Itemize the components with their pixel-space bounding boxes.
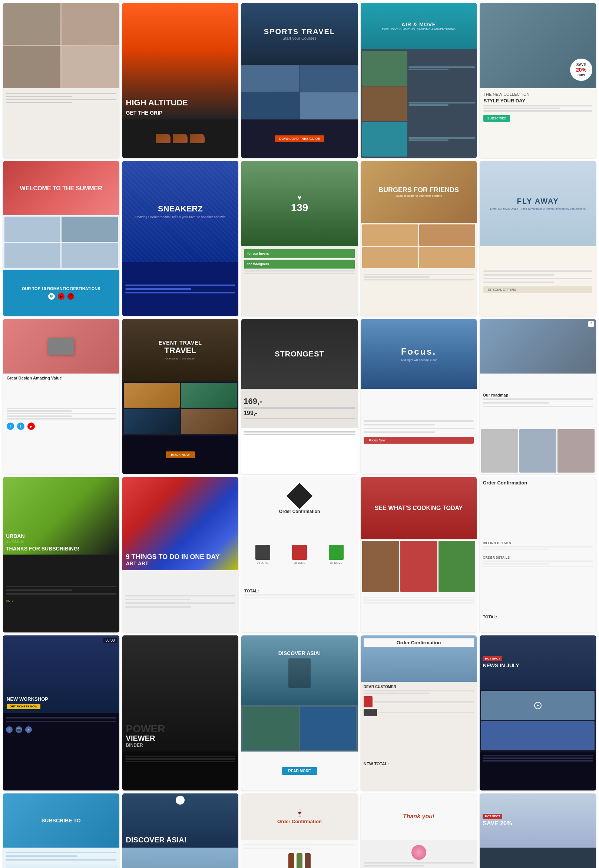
camera-icon[interactable]: 📷 [15, 726, 22, 733]
pinterest-icon[interactable]: P [68, 293, 74, 300]
card-title: SEE WHAT'S COOKING TODAY [375, 505, 463, 512]
text-line [244, 434, 355, 435]
text-line [483, 105, 592, 106]
youtube-icon[interactable]: ▶ [27, 423, 35, 430]
card-subtitle: EXCLUSIVE GLAMPING, CAMPING & ADVENTURIN… [382, 27, 456, 31]
card-bg-text: POWER [126, 724, 165, 734]
card-sports-travel[interactable]: SPORTS TRAVEL Start your Courses DOWNLOA… [241, 3, 358, 158]
twitter-icon[interactable]: 🐦 [48, 293, 55, 300]
cta-bar-1[interactable]: for our lovers [244, 249, 355, 258]
facebook-icon[interactable]: f [7, 423, 14, 430]
card-air-move[interactable]: AIR & MOVE EXCLUSIVE GLAMPING, CAMPING &… [361, 3, 477, 158]
text-line [125, 595, 236, 596]
card-title: Focus. [401, 346, 436, 357]
text-line [6, 99, 116, 100]
card-mid [3, 215, 119, 269]
card-interior-blog[interactable] [3, 3, 119, 158]
card-order-rjon[interactable]: Order Confirmation DEAR CUSTOMER NEW TOT… [361, 636, 477, 791]
text-line [244, 273, 355, 274]
cta-button[interactable]: SUBSCRIBE [483, 115, 510, 122]
cta-button[interactable]: BOOK NOW [166, 451, 195, 458]
card-title: Thank you! [403, 813, 434, 820]
card-thank-you[interactable]: Thank you! [361, 793, 477, 868]
price-2: 199,- [244, 410, 355, 417]
card-burgers[interactable]: BURGERS FOR FRIENDS Lately located for y… [361, 161, 477, 316]
cta-bar-2[interactable]: for foreigners [244, 260, 355, 269]
text-line [483, 399, 593, 400]
save-percent: 20% [576, 67, 586, 73]
card-fly-away[interactable]: FLY AWAY LIMITED TIME ONLY - Take advant… [480, 161, 596, 316]
card-top: ♥ 139 [241, 161, 358, 246]
twitter-icon[interactable]: t [6, 726, 13, 733]
cta-button[interactable]: DOWNLOAD FREE GUIDE [275, 135, 325, 142]
image-cell [300, 65, 358, 92]
product-image [364, 696, 373, 707]
email-input[interactable] [6, 865, 116, 868]
text-line [408, 66, 475, 68]
cta-button[interactable]: SPECIAL OFFERS [483, 286, 592, 293]
youtube-icon[interactable]: ▶ [58, 293, 65, 300]
order-section: BILLING DETAILS [483, 541, 593, 551]
card-discover-asia[interactable]: Discover Asia! READ MORE [241, 636, 358, 791]
special-label: OUR TOP 10 ROMANTIC DESTINATIONS [22, 286, 100, 291]
card-bottom [361, 593, 477, 633]
card-content: THE NEW COLLECTION STYLE YOUR DAY SUBSCR… [480, 88, 596, 158]
card-title: NEWS IN JULY [483, 663, 519, 669]
card-hikers[interactable]: ♥ 139 for our lovers for foreigners [241, 161, 358, 316]
cta-button[interactable]: Focus Now [364, 437, 474, 444]
product-label: 1x JUNE [257, 561, 269, 565]
shoes-display [156, 134, 205, 143]
text-line [244, 848, 311, 849]
card-content [361, 49, 477, 158]
card-urban-jungle[interactable]: URBAN JUNGLE THANKS FOR SUBSCRIBING! mor… [3, 477, 119, 632]
text-line [244, 418, 355, 419]
card-mid [361, 223, 477, 269]
card-mid: ▶ [480, 690, 596, 752]
card-order-confirm-2[interactable]: Order Confirmation BILLING DETAILS ORDER… [480, 477, 596, 632]
card-title: BURGERS FOR FRIENDS [378, 187, 459, 194]
social-icons: 🐦 ▶ P [48, 293, 74, 300]
play-button[interactable]: ▶ [534, 702, 542, 709]
text-line [125, 288, 192, 290]
card-title: Order Confirmation [277, 819, 322, 824]
card-welcome-summer[interactable]: WELCOME TO THE SUMMER OUR TOP 10 ROMANTI… [3, 161, 119, 316]
cta-button[interactable]: GET TICKETS NOW [7, 703, 41, 709]
card-strongest[interactable]: STRONGEST 169,- 199,- [241, 319, 358, 474]
twitter-icon[interactable]: t [17, 423, 24, 430]
text-line [483, 270, 592, 272]
card-supershutter[interactable]: f Our roadmap [480, 319, 596, 474]
card-order-confirmation[interactable]: Order Confirmation 1x JUNE 2x JUNE 3x NO… [241, 477, 358, 632]
card-focus[interactable]: Focus. And sight will become clear Focus… [361, 319, 477, 474]
card-title: AIR & MOVE [402, 21, 436, 27]
image-cell [300, 92, 358, 119]
card-smart-solutions[interactable]: HOT SPOT SAVE 20% Smart solutions for yo… [480, 793, 596, 868]
card-discover-asia-2[interactable]: Discover Asia! [122, 793, 239, 868]
card-great-design[interactable]: Great Design Amazing Value f t ▶ [3, 319, 119, 474]
more-link[interactable]: more [6, 599, 116, 602]
total-label: TOTAL: [244, 589, 355, 593]
card-workshop[interactable]: 08/08 NEW WORKSHOP GET TICKETS NOW t 📷 ☁ [3, 636, 119, 791]
card-cooking[interactable]: SEE WHAT'S COOKING TODAY [361, 477, 477, 632]
text-line [483, 274, 554, 276]
image-cell [300, 706, 356, 750]
text-line [364, 274, 474, 275]
text-line [364, 693, 430, 694]
text-line [364, 424, 435, 426]
card-mid: 169,- 199,- [241, 389, 358, 428]
product-image [329, 545, 344, 560]
card-subscribe[interactable]: Subscribe to SUBSCRIBE NOW [3, 793, 119, 868]
card-power-viewer[interactable]: POWER VIEWER BINDER [122, 636, 239, 791]
card-news-july[interactable]: HOT SPOT NEWS IN JULY ▶ [480, 636, 596, 791]
text-line [244, 431, 355, 433]
card-art-art[interactable]: 9 THINGS TO DO IN ONE DAY ART ART [122, 477, 239, 632]
image-cell [419, 247, 475, 268]
cta-button[interactable]: READ MORE [282, 767, 316, 775]
product-label: 3x NOVE [330, 561, 343, 565]
card-event-travel[interactable]: Event Travel TRAVEL Glamping in the dese… [122, 319, 239, 474]
cloud-icon[interactable]: ☁ [25, 726, 32, 733]
card-high-altitude[interactable]: HIGH ALTITUDE GET THE GRIP [122, 3, 239, 158]
card-style-your-day[interactable]: SAVE 20% now THE NEW COLLECTION STYLE YO… [480, 3, 596, 158]
card-order-wines[interactable]: 🍷 Order Confirmation Total: [241, 793, 358, 868]
image-cell [241, 92, 299, 119]
card-sneakerz[interactable]: SNEAKERZ Amazing Sneakerheads! Tell us y… [122, 161, 239, 316]
